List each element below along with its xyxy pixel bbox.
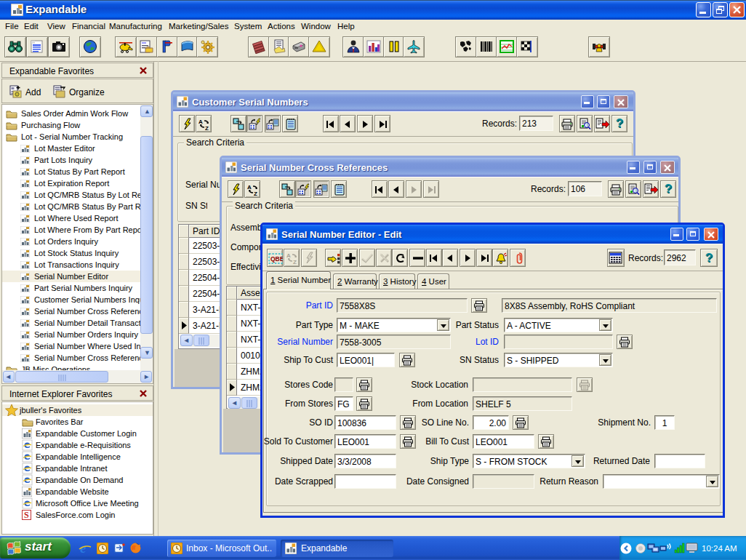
svg-text:A: A (247, 184, 252, 191)
svg-text:Z: Z (254, 191, 257, 196)
svg-text:Z: Z (205, 125, 209, 131)
svg-text:Z: Z (293, 259, 297, 265)
svg-text:A: A (198, 119, 203, 125)
svg-text:S: S (24, 510, 29, 520)
svg-text:QBE: QBE (270, 255, 283, 263)
svg-text:A: A (286, 252, 291, 259)
